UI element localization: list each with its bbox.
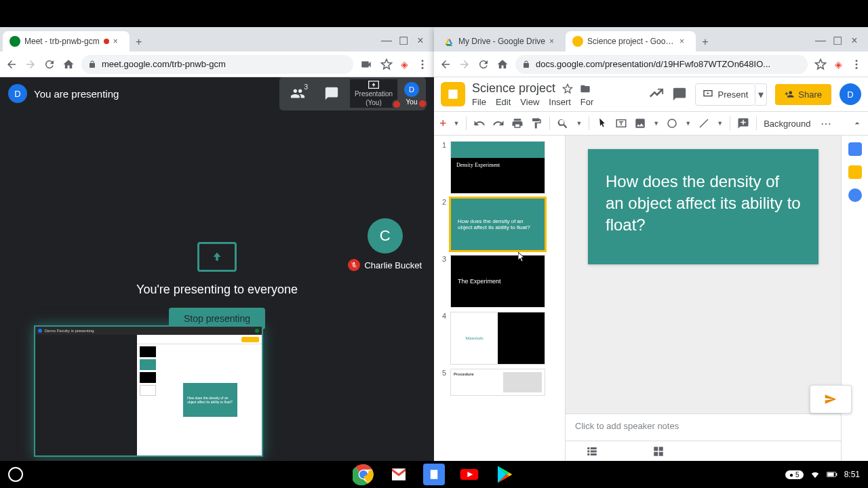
explore-button[interactable]: [810, 385, 852, 413]
close-icon[interactable]: ×: [679, 37, 689, 46]
docs-icon[interactable]: [423, 464, 445, 485]
tasks-icon[interactable]: [848, 188, 862, 202]
filmstrip: 1 Density Experiment 2 How does the dens…: [434, 136, 566, 461]
hide-menus-icon[interactable]: [852, 118, 863, 129]
chevron-down-icon[interactable]: ▼: [576, 120, 582, 127]
new-slide-button[interactable]: +: [439, 117, 447, 131]
back-icon[interactable]: [439, 58, 452, 70]
menu-icon[interactable]: [850, 58, 863, 70]
launcher-icon[interactable]: [8, 467, 23, 482]
tab-drive[interactable]: My Drive - Google Drive ×: [437, 31, 566, 52]
account-avatar[interactable]: D: [840, 83, 861, 105]
new-tab-button[interactable]: +: [130, 33, 149, 52]
close-icon[interactable]: ×: [113, 37, 123, 46]
reload-icon[interactable]: [43, 58, 56, 70]
minimize-icon[interactable]: —: [381, 35, 389, 47]
svg-rect-14: [587, 450, 589, 452]
new-tab-button[interactable]: +: [696, 33, 715, 52]
close-icon[interactable]: ×: [549, 37, 559, 46]
zoom-icon[interactable]: [557, 117, 569, 129]
participant-tile[interactable]: C Charlie Bucket: [348, 218, 422, 271]
home-icon[interactable]: [62, 58, 75, 70]
back-icon[interactable]: [5, 58, 18, 70]
slide-thumb-2[interactable]: How does the density of an object affect…: [450, 198, 545, 251]
main-slide[interactable]: How does the density of an object affect…: [588, 149, 818, 264]
comments-icon[interactable]: [672, 87, 687, 102]
camera-blocked-icon[interactable]: [360, 58, 372, 70]
avatar: C: [368, 218, 403, 253]
keep-icon[interactable]: [848, 165, 862, 179]
extension-icon[interactable]: ◈: [401, 59, 408, 70]
undo-icon[interactable]: [473, 117, 486, 129]
menu-insert[interactable]: Insert: [549, 97, 571, 107]
youtube-icon[interactable]: [458, 464, 480, 485]
slide-thumb-1[interactable]: Density Experiment: [450, 141, 545, 194]
svg-point-6: [856, 66, 858, 68]
slide-thumb-5[interactable]: Procedure: [450, 369, 545, 396]
presentation-tile[interactable]: Presentation (You): [350, 79, 397, 108]
url-field[interactable]: meet.google.com/trb-pnwb-gcm: [81, 55, 353, 74]
present-icon: [703, 89, 713, 100]
extension-icon[interactable]: ◈: [835, 59, 842, 70]
url-field[interactable]: docs.google.com/presentation/d/19HFwfo87…: [515, 55, 808, 74]
forward-icon[interactable]: [24, 58, 37, 70]
chevron-down-icon[interactable]: ▼: [454, 120, 460, 127]
minimize-icon[interactable]: —: [815, 35, 823, 47]
present-button[interactable]: Present: [695, 83, 755, 106]
select-icon[interactable]: [596, 117, 608, 129]
present-dropdown[interactable]: ▾: [755, 83, 767, 106]
close-window-icon[interactable]: ×: [416, 35, 425, 47]
calendar-icon[interactable]: [848, 142, 862, 156]
slide-thumb-3[interactable]: The Experiment: [450, 255, 545, 308]
chevron-down-icon[interactable]: ▼: [653, 120, 659, 127]
background-button[interactable]: Background: [764, 119, 810, 129]
maximize-icon[interactable]: ☐: [399, 35, 407, 47]
line-icon[interactable]: [698, 117, 710, 129]
paint-format-icon[interactable]: [530, 117, 542, 129]
slides-logo-icon[interactable]: [441, 82, 465, 106]
shape-icon[interactable]: [666, 117, 678, 129]
canvas-stage[interactable]: How does the density of an object affect…: [566, 136, 841, 413]
forward-icon[interactable]: [458, 58, 471, 70]
menu-icon[interactable]: [416, 58, 429, 70]
comment-add-icon[interactable]: [737, 117, 749, 129]
star-outline-icon[interactable]: [562, 83, 573, 94]
slide-thumb-4[interactable]: Materials: [450, 312, 545, 365]
image-icon[interactable]: [634, 117, 646, 129]
print-icon[interactable]: [511, 117, 524, 129]
menu-file[interactable]: File: [472, 97, 486, 107]
home-icon[interactable]: [496, 58, 509, 70]
people-button[interactable]: 3: [282, 81, 313, 106]
star-icon[interactable]: [814, 58, 827, 70]
move-folder-icon[interactable]: [580, 83, 591, 94]
play-store-icon[interactable]: [494, 464, 515, 485]
chrome-icon[interactable]: [353, 464, 374, 485]
self-preview[interactable]: Demo Faculty is presenting How: [34, 325, 263, 457]
filmstrip-view-icon[interactable]: [586, 445, 598, 458]
chat-button[interactable]: [316, 81, 347, 106]
reload-icon[interactable]: [477, 58, 490, 70]
chevron-down-icon[interactable]: ▼: [717, 120, 723, 127]
doc-title[interactable]: Science project: [472, 81, 555, 96]
star-icon[interactable]: [380, 58, 393, 70]
menu-view[interactable]: View: [520, 97, 539, 107]
grid-view-icon[interactable]: [652, 445, 665, 458]
gmail-icon[interactable]: [388, 464, 410, 485]
menu-edit[interactable]: Edit: [496, 97, 511, 107]
canvas-area: How does the density of an object affect…: [566, 136, 841, 461]
tab-meet[interactable]: Meet - trb-pnwb-gcm ×: [3, 31, 130, 52]
maximize-icon[interactable]: ☐: [833, 35, 841, 47]
tab-slides[interactable]: Science project - Google Slides ×: [566, 31, 696, 52]
system-tray[interactable]: ● 5 8:51: [785, 470, 860, 479]
speaker-notes[interactable]: Click to add speaker notes: [566, 413, 841, 441]
more-icon[interactable]: ⋯: [821, 117, 831, 130]
textbox-icon[interactable]: [615, 117, 627, 129]
close-window-icon[interactable]: ×: [850, 35, 859, 47]
share-button[interactable]: Share: [775, 84, 831, 105]
notification-count[interactable]: ● 5: [785, 470, 804, 479]
chevron-down-icon[interactable]: ▼: [685, 120, 691, 127]
menu-format[interactable]: For: [580, 97, 594, 107]
self-tile[interactable]: D You: [400, 81, 423, 107]
redo-icon[interactable]: [492, 117, 505, 129]
activity-icon[interactable]: [649, 87, 664, 102]
